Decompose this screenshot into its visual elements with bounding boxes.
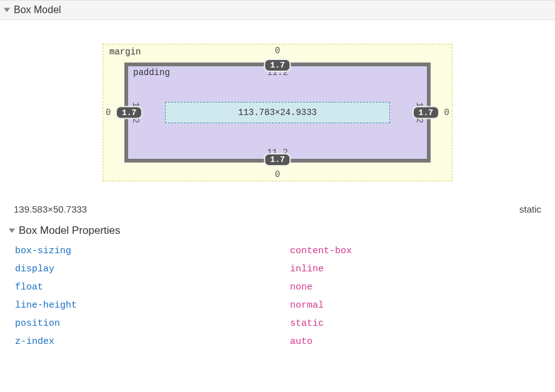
padding-layer[interactable]: padding 11.2 11.2 11.2 11.2 113.783×24.9…	[128, 66, 427, 159]
content-layer[interactable]: 113.783×24.9333	[165, 102, 390, 123]
element-position: static	[519, 204, 541, 214]
property-name[interactable]: display	[15, 264, 290, 274]
section-header-box-model-properties[interactable]: Box Model Properties	[0, 221, 555, 241]
content-dimensions: 113.783×24.9333	[238, 108, 317, 118]
property-value[interactable]: inline	[290, 264, 324, 274]
section-header-box-model[interactable]: Box Model	[0, 0, 555, 20]
property-name[interactable]: float	[15, 282, 290, 293]
property-row: line-heightnormal	[15, 296, 555, 314]
section-title: Box Model	[14, 4, 61, 15]
border-left-value[interactable]: 1.7	[116, 106, 142, 119]
property-name[interactable]: position	[15, 318, 290, 329]
property-name[interactable]: box-sizing	[15, 246, 290, 256]
property-name[interactable]: z-index	[15, 336, 290, 347]
margin-layer[interactable]: margin 0 0 0 0 border 1.7 1.7 1.7 1.7 pa…	[102, 44, 452, 181]
property-value[interactable]: static	[290, 318, 324, 329]
property-value[interactable]: content-box	[290, 246, 352, 256]
property-row: box-sizingcontent-box	[15, 242, 555, 260]
property-row: displayinline	[15, 260, 555, 278]
subsection-title: Box Model Properties	[19, 224, 121, 236]
element-dimensions: 139.583×50.7333	[14, 204, 87, 214]
margin-top-value[interactable]: 0	[275, 46, 280, 56]
property-row: floatnone	[15, 278, 555, 296]
property-value[interactable]: none	[290, 282, 312, 293]
padding-label: padding	[133, 68, 170, 78]
property-list: box-sizingcontent-boxdisplayinlinefloatn…	[0, 241, 555, 357]
box-model-diagram: margin 0 0 0 0 border 1.7 1.7 1.7 1.7 pa…	[0, 20, 555, 193]
property-name[interactable]: line-height	[15, 300, 290, 311]
chevron-down-icon	[4, 8, 10, 13]
border-top-value[interactable]: 1.7	[264, 59, 291, 72]
property-row: z-indexauto	[15, 333, 555, 351]
margin-bottom-value[interactable]: 0	[275, 169, 280, 179]
border-layer[interactable]: border 1.7 1.7 1.7 1.7 padding 11.2 11.2…	[124, 63, 431, 163]
border-right-value[interactable]: 1.7	[412, 106, 439, 119]
margin-left-value[interactable]: 0	[106, 108, 111, 118]
border-bottom-value[interactable]: 1.7	[264, 153, 291, 166]
property-value[interactable]: normal	[290, 300, 324, 311]
chevron-down-icon	[9, 229, 15, 233]
property-value[interactable]: auto	[290, 336, 312, 347]
margin-right-value[interactable]: 0	[444, 108, 449, 118]
property-row: positionstatic	[15, 314, 555, 333]
margin-label: margin	[109, 47, 141, 57]
dimensions-row: 139.583×50.7333 static	[0, 193, 555, 221]
